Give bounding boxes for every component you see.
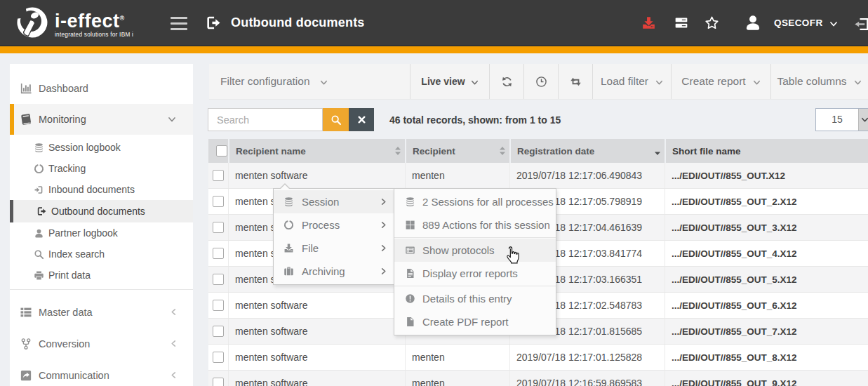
chevron-down-icon bbox=[168, 115, 176, 124]
exclamation-circle-icon bbox=[405, 293, 415, 304]
circle-notch-icon bbox=[34, 164, 44, 174]
printer-icon bbox=[34, 270, 44, 281]
logo-title: i-effect® bbox=[55, 6, 133, 33]
menu-item-process[interactable]: Process bbox=[274, 213, 394, 237]
refresh-button[interactable] bbox=[490, 64, 524, 99]
database-icon bbox=[405, 197, 415, 207]
search-button[interactable] bbox=[323, 108, 349, 131]
menu-toggle-icon[interactable] bbox=[171, 17, 187, 30]
row-checkbox[interactable] bbox=[213, 352, 224, 363]
code-fork-icon bbox=[20, 338, 32, 350]
select-all-checkbox[interactable] bbox=[216, 145, 227, 157]
user-menu[interactable]: QSECOFR bbox=[774, 18, 838, 28]
briefcase-icon bbox=[283, 266, 294, 277]
column-header-recipient-name[interactable]: Recipient name bbox=[228, 139, 405, 163]
logout-icon[interactable] bbox=[854, 18, 868, 30]
cell-recipient-name: menten software bbox=[228, 163, 405, 188]
chevron-down-icon bbox=[829, 20, 838, 28]
page-size-select[interactable]: 15 bbox=[815, 108, 868, 131]
table-row[interactable]: menten software menten 2019/07/18 12:17:… bbox=[208, 345, 868, 371]
load-filter-dropdown[interactable]: Load filter bbox=[593, 64, 672, 99]
app-logo[interactable]: i-effect® integrated solutions for IBM i bbox=[15, 6, 138, 40]
filter-configuration-dropdown[interactable]: Filter configuration bbox=[209, 64, 410, 99]
row-checkbox[interactable] bbox=[213, 196, 224, 207]
menu-item-file[interactable]: File bbox=[274, 237, 394, 260]
top-header: i-effect® integrated solutions for IBM i… bbox=[0, 0, 868, 46]
chevron-down-icon bbox=[854, 79, 862, 86]
sort-icon[interactable] bbox=[499, 146, 506, 156]
table-row[interactable]: menten software menten 2019/07/18 12:17:… bbox=[208, 163, 868, 189]
sidebar-item-communication[interactable]: Communication bbox=[10, 359, 193, 386]
menu-item-display-error-reports[interactable]: Display error reports bbox=[394, 262, 556, 285]
sidebar-item-conversion[interactable]: Conversion bbox=[10, 328, 193, 359]
user-icon[interactable] bbox=[744, 13, 762, 32]
records-summary: 46 total records, shown: from 1 to 15 bbox=[389, 114, 561, 126]
row-checkbox[interactable] bbox=[213, 248, 224, 259]
column-header-registration-date[interactable]: Registration date bbox=[509, 139, 665, 163]
cell-recipient: menten bbox=[405, 371, 509, 386]
sort-icon[interactable] bbox=[394, 146, 401, 156]
outbound-icon bbox=[36, 206, 47, 217]
menu-item-actions-for-this-session[interactable]: 889 Actions for this session bbox=[394, 213, 556, 237]
logo-subtitle: integrated solutions for IBM i bbox=[55, 32, 133, 38]
cell-short-file-name: .../EDI/OUT//855_OUT_3.X12 bbox=[665, 215, 868, 240]
table-columns-dropdown[interactable]: Table columns bbox=[771, 64, 867, 99]
chevron-left-icon bbox=[170, 340, 178, 347]
chevron-right-icon bbox=[380, 267, 387, 275]
menu-divider bbox=[394, 286, 556, 286]
page-title: Outbound documents bbox=[231, 15, 365, 30]
sidebar-item-master-data[interactable]: Master data bbox=[10, 296, 193, 328]
cell-short-file-name: .../EDI/OUT//855_OUT_9.X12 bbox=[665, 371, 868, 386]
book-icon bbox=[20, 113, 32, 126]
logo-swoosh-icon bbox=[15, 6, 49, 39]
menu-item-create-pdf-report[interactable]: Create PDF report bbox=[394, 310, 556, 333]
sidebar-item-tracking[interactable]: Tracking bbox=[10, 158, 193, 179]
sidebar-item-dashboard[interactable]: Dashboard bbox=[10, 73, 193, 104]
menu-item-details-of-this-entry[interactable]: Details of this entry bbox=[394, 287, 556, 310]
row-checkbox[interactable] bbox=[213, 222, 224, 233]
file-text-icon bbox=[405, 268, 415, 279]
cell-short-file-name: .../EDI/OUT//855_OUT_8.X12 bbox=[665, 345, 868, 370]
row-checkbox[interactable] bbox=[213, 274, 224, 285]
sidebar-item-session-logbook[interactable]: Session logbook bbox=[10, 137, 193, 158]
sidebar-item-partner-logbook[interactable]: Partner logbook bbox=[10, 222, 193, 244]
row-checkbox[interactable] bbox=[213, 378, 224, 386]
search-input[interactable] bbox=[208, 108, 323, 131]
row-checkbox[interactable] bbox=[213, 326, 224, 337]
search-icon bbox=[330, 114, 342, 126]
column-header-recipient[interactable]: Recipient bbox=[405, 139, 509, 163]
menu-divider bbox=[394, 237, 556, 238]
download-icon bbox=[283, 243, 294, 253]
server-icon[interactable] bbox=[674, 15, 688, 30]
history-button[interactable] bbox=[524, 64, 559, 99]
live-view-dropdown[interactable]: Live view bbox=[410, 64, 490, 99]
cell-short-file-name: .../EDI/OUT//855_OUT_2.X12 bbox=[665, 189, 868, 214]
sort-desc-icon[interactable] bbox=[654, 146, 661, 156]
sidebar-item-print-data[interactable]: Print data bbox=[10, 265, 193, 286]
row-checkbox[interactable] bbox=[213, 170, 224, 181]
download-icon[interactable] bbox=[641, 15, 656, 30]
sidebar-item-inbound-documents[interactable]: Inbound documents bbox=[10, 179, 193, 200]
clock-icon bbox=[535, 76, 547, 88]
menu-item-session[interactable]: Session bbox=[274, 190, 394, 213]
menu-item-archiving[interactable]: Archiving bbox=[274, 260, 394, 283]
chevron-left-icon bbox=[170, 308, 178, 316]
list-alt-icon bbox=[405, 245, 415, 255]
auto-refresh-button[interactable] bbox=[559, 64, 593, 99]
create-report-dropdown[interactable]: Create report bbox=[672, 64, 771, 99]
column-header-short-file-name[interactable]: Short file name bbox=[665, 139, 868, 163]
sidebar-item-outbound-documents[interactable]: Outbound documents bbox=[10, 200, 193, 222]
menu-item-sessions-for-all-processes[interactable]: 2 Sessions for all processes bbox=[394, 190, 556, 213]
sidebar-item-monitoring[interactable]: Monitoring bbox=[10, 104, 193, 135]
clear-search-button[interactable] bbox=[349, 108, 374, 131]
search-icon bbox=[34, 249, 44, 260]
favorites-star-icon[interactable] bbox=[705, 15, 719, 30]
table-row[interactable]: menten software menten 2019/07/18 12:16:… bbox=[208, 371, 868, 386]
chevron-down-icon bbox=[655, 79, 663, 86]
menu-item-show-protocols[interactable]: Show protocols bbox=[394, 239, 556, 262]
chevron-down-icon bbox=[471, 79, 479, 86]
chevron-right-icon bbox=[380, 221, 387, 229]
sidebar-item-index-search[interactable]: Index search bbox=[10, 244, 193, 265]
row-checkbox[interactable] bbox=[213, 300, 224, 311]
inbound-icon bbox=[34, 185, 44, 195]
